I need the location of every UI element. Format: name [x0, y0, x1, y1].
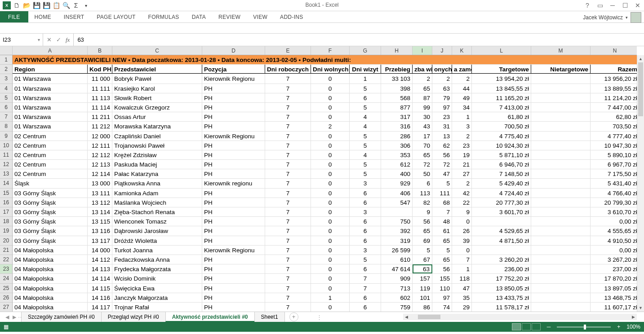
cell[interactable]: 6 [350, 93, 381, 102]
cell[interactable]: Czapliński Daniel [112, 132, 202, 141]
cells-area[interactable]: AKTYWNOŚĆ PRZEDSTAWICIELI NEW • Data poc… [13, 55, 637, 312]
cell[interactable]: 39 [452, 236, 472, 245]
cell[interactable]: 7 [452, 255, 472, 264]
cell[interactable]: 7 [265, 255, 311, 264]
cell[interactable]: 72 [432, 160, 452, 169]
cell[interactable]: Kierownik regionu [202, 179, 265, 188]
header-cell[interactable]: Region [13, 65, 88, 74]
cell[interactable]: Frydecka Małgorzata [112, 264, 202, 273]
cell[interactable]: 14 117 [88, 303, 112, 312]
cell[interactable]: 5 429,40 zł [472, 179, 531, 188]
cell[interactable]: 42 [452, 189, 472, 198]
cell[interactable]: 11 113 [88, 93, 112, 102]
cell[interactable]: 4 [350, 122, 381, 131]
cell[interactable]: 750 [381, 217, 413, 226]
col-header-F[interactable]: F [311, 46, 350, 55]
row-header-12[interactable]: 12 [0, 160, 12, 169]
cell[interactable]: 7 [265, 226, 311, 235]
cell[interactable]: 3 [350, 246, 381, 255]
cell[interactable]: 27 [452, 169, 472, 178]
row-header-3[interactable]: 3 [0, 74, 12, 84]
cell[interactable]: 306 [381, 141, 413, 150]
cell[interactable]: 13 112 [88, 198, 112, 207]
normal-view-button[interactable] [512, 323, 521, 330]
row-header-8[interactable]: 8 [0, 122, 12, 131]
cell[interactable]: 11 111 [88, 84, 112, 93]
row-header-21[interactable]: 21 [0, 246, 12, 255]
cell[interactable]: Kierownik Regionu [202, 74, 265, 83]
row-header-25[interactable]: 25 [0, 284, 12, 293]
cell[interactable]: Fedaczkowska Anna [112, 255, 202, 264]
cell[interactable]: 3 [452, 122, 472, 131]
cell[interactable]: 99 [413, 103, 432, 112]
cell[interactable]: 49 [452, 93, 472, 102]
row-header-10[interactable]: 10 [0, 141, 12, 150]
maximize-icon[interactable]: ☐ [621, 1, 630, 10]
cell[interactable]: 17 752,20 zł [472, 274, 531, 283]
cell[interactable]: 03 Górny Śląsk [13, 217, 88, 226]
cell[interactable]: 392 [381, 226, 413, 235]
cell[interactable]: PH [202, 141, 265, 150]
cell[interactable]: 5 [413, 246, 432, 255]
cell[interactable]: 0 [311, 160, 350, 169]
cell[interactable]: 0,00 zł [591, 246, 637, 255]
cell[interactable]: 04 Małopolska [13, 284, 88, 293]
add-sheet-button[interactable]: + [289, 312, 298, 321]
cell[interactable]: 9 [452, 207, 472, 216]
cell[interactable]: PH [202, 207, 265, 216]
sheet-nav-prev-icon[interactable]: ◀ [4, 314, 11, 320]
cell[interactable]: 11 000 [88, 74, 112, 83]
cell[interactable]: 0 [311, 93, 350, 102]
cell[interactable]: 7 [265, 246, 311, 255]
sheet-tab[interactable]: Aktywność przedstawicieli #0 [165, 312, 255, 322]
cell[interactable] [531, 226, 591, 235]
cell[interactable]: 7 [432, 207, 452, 216]
tab-review[interactable]: REVIEW [212, 11, 247, 22]
cell[interactable]: 14 116 [88, 293, 112, 302]
cell[interactable]: Maślanka Wojciech [112, 198, 202, 207]
header-cell[interactable]: Dni roboczych [265, 65, 311, 74]
cell[interactable]: 31 [432, 122, 452, 131]
row-header-22[interactable]: 22 [0, 255, 12, 264]
scroll-thumb[interactable] [638, 62, 643, 116]
cell[interactable]: 111 [432, 189, 452, 198]
cell[interactable]: 13 433,75 zł [472, 293, 531, 302]
cell[interactable] [531, 93, 591, 102]
cell[interactable]: 23 [432, 112, 452, 121]
cell[interactable]: 13 000 [88, 179, 112, 188]
cell[interactable]: Krasiejko Karol [112, 84, 202, 93]
cell[interactable]: PH [202, 93, 265, 102]
cell[interactable]: 63 [413, 264, 432, 273]
preview-icon[interactable]: 🔍 [61, 0, 71, 10]
cell[interactable]: Wienconek Tomasz [112, 217, 202, 226]
cell[interactable]: 04 Małopolska [13, 255, 88, 264]
cell[interactable]: PH [202, 122, 265, 131]
header-cell[interactable]: Przedstawiciel [112, 65, 202, 74]
cell[interactable]: 2 [432, 74, 452, 83]
cell[interactable]: 400 [381, 169, 413, 178]
cell[interactable]: Krężel Zdzisław [112, 150, 202, 159]
cell[interactable] [531, 112, 591, 121]
cell[interactable] [381, 207, 413, 216]
cell[interactable]: 7 [265, 74, 311, 83]
cell[interactable]: PH [202, 274, 265, 283]
cell[interactable]: 877 [381, 103, 413, 112]
row-header-18[interactable]: 18 [0, 217, 12, 226]
cell[interactable]: 5 [350, 141, 381, 150]
cell[interactable]: 56 [413, 217, 432, 226]
cell[interactable]: 12 111 [88, 141, 112, 150]
user-area[interactable]: Jacek Wójtowicz ▾ [583, 12, 641, 23]
minimize-icon[interactable]: ─ [608, 1, 617, 10]
cell[interactable]: 1 [350, 74, 381, 83]
cell[interactable]: 0 [311, 132, 350, 141]
cell[interactable] [531, 160, 591, 169]
cell[interactable]: Wcisło Dominik [112, 274, 202, 283]
cell[interactable]: 7 [265, 179, 311, 188]
cell[interactable]: 01 Warszawa [13, 74, 88, 83]
cell[interactable]: 04 Małopolska [13, 274, 88, 283]
cell[interactable]: 47 614 [381, 264, 413, 273]
cell[interactable]: 5 [432, 179, 452, 188]
cell[interactable]: 65 [432, 255, 452, 264]
cell[interactable]: PH [202, 103, 265, 112]
cell[interactable]: Pałac Katarzyna [112, 169, 202, 178]
